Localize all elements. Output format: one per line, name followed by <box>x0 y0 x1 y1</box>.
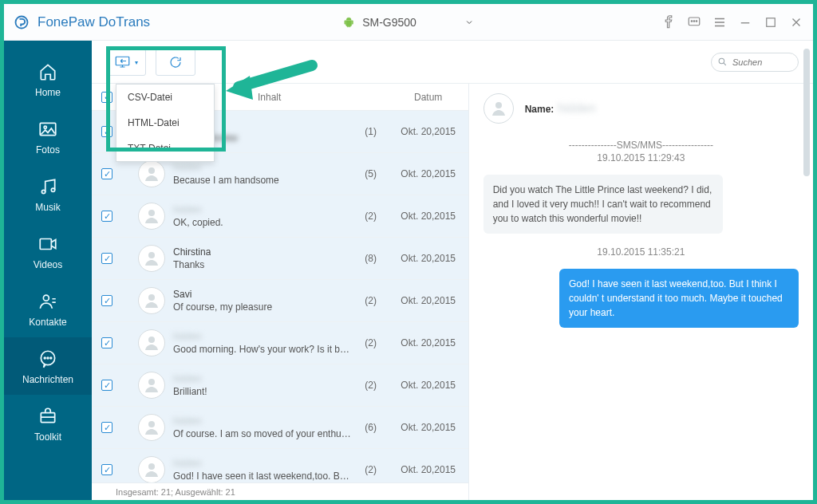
svg-point-15 <box>50 357 52 359</box>
row-count: (2) <box>365 337 377 348</box>
row-count: (5) <box>365 168 377 179</box>
maximize-icon[interactable] <box>764 15 778 30</box>
table-row[interactable]: ✓ hiddenGood morning. How's your work? I… <box>92 322 468 364</box>
avatar <box>138 414 165 441</box>
row-count: (2) <box>365 295 377 306</box>
incoming-message: Did you watch The Little Prince last wee… <box>483 175 723 234</box>
svg-point-28 <box>495 102 502 108</box>
sidebar-item-contacts[interactable]: Kontakte <box>4 280 92 337</box>
refresh-button[interactable] <box>156 49 195 76</box>
thread-separator: ---------------SMS/MMS---------------- <box>483 140 799 151</box>
thread-timestamp: 19.10.2015 11:35:21 <box>483 246 799 258</box>
svg-rect-10 <box>40 239 51 250</box>
row-checkbox[interactable]: ✓ <box>101 126 112 137</box>
svg-point-23 <box>148 294 155 301</box>
svg-point-2 <box>691 20 693 22</box>
titlebar: FonePaw DoTrans SM-G9500 <box>4 4 813 41</box>
feedback-icon[interactable] <box>687 15 701 30</box>
export-csv[interactable]: CSV-Datei <box>116 85 214 110</box>
android-icon <box>343 16 354 29</box>
brand: FonePaw DoTrans <box>14 14 150 30</box>
export-txt[interactable]: TXT-Datei <box>116 136 214 161</box>
svg-point-14 <box>47 357 49 359</box>
sidebar-label: Toolkit <box>34 431 61 443</box>
avatar <box>483 93 514 124</box>
row-checkbox[interactable]: ✓ <box>101 337 112 348</box>
toolbar: ▾ <box>92 41 813 84</box>
message-rows: ✓ hiddenhidden preview (1) Okt. 20,2015 … <box>92 111 468 482</box>
sidebar-label: Videos <box>34 259 62 270</box>
col-date-header[interactable]: Datum <box>389 92 468 103</box>
table-row[interactable]: ✓ hiddenGod! I have seen it last weekend… <box>92 449 468 482</box>
name-label: Name: <box>525 104 555 115</box>
select-all-checkbox[interactable]: ✓ <box>101 92 112 103</box>
table-row[interactable]: ✓ hiddenOK, copied. (2) Okt. 20,2015 <box>92 195 468 238</box>
sidebar-label: Nachrichten <box>22 374 73 385</box>
row-checkbox[interactable]: ✓ <box>101 168 112 179</box>
svg-point-27 <box>148 463 155 470</box>
row-checkbox[interactable]: ✓ <box>101 211 112 222</box>
svg-point-7 <box>44 126 46 128</box>
messages-icon <box>37 348 58 369</box>
scrollbar[interactable] <box>803 49 810 489</box>
sidebar-item-messages[interactable]: Nachrichten <box>4 337 92 395</box>
table-row[interactable]: ✓ SaviOf course, my pleasure (2) Okt. 20… <box>92 280 468 322</box>
svg-point-22 <box>148 252 155 258</box>
facebook-icon[interactable] <box>661 15 676 30</box>
minimize-icon[interactable] <box>738 15 752 30</box>
row-checkbox[interactable]: ✓ <box>101 295 112 306</box>
device-model: SM-G9500 <box>362 16 416 29</box>
close-icon[interactable] <box>789 15 803 30</box>
avatar <box>138 203 165 230</box>
export-button[interactable]: ▾ <box>106 49 146 76</box>
avatar <box>138 160 165 187</box>
toolkit-icon <box>37 406 58 427</box>
chevron-down-icon: ▾ <box>135 59 138 66</box>
sidebar-item-videos[interactable]: Videos <box>4 222 92 280</box>
table-row[interactable]: ✓ hiddenOf course. I am so moved of your… <box>92 407 468 449</box>
row-checkbox[interactable]: ✓ <box>101 464 112 475</box>
device-selector[interactable]: SM-G9500 <box>334 13 483 32</box>
sidebar-label: Musik <box>35 202 60 213</box>
row-date: Okt. 20,2015 <box>401 464 456 475</box>
sidebar-label: Home <box>35 87 61 98</box>
row-checkbox[interactable]: ✓ <box>101 422 112 433</box>
export-html[interactable]: HTML-Datei <box>116 110 214 136</box>
row-count: (8) <box>365 253 377 264</box>
photos-icon <box>37 119 58 140</box>
row-count: (6) <box>365 422 377 433</box>
chevron-down-icon <box>464 18 474 27</box>
svg-point-18 <box>719 58 724 64</box>
row-date: Okt. 20,2015 <box>401 253 456 264</box>
app-name: FonePaw DoTrans <box>37 14 150 30</box>
table-row[interactable]: ✓ ChirstinaThanks (8) Okt. 20,2015 <box>92 238 468 280</box>
home-icon <box>37 61 58 82</box>
row-checkbox[interactable]: ✓ <box>101 253 112 264</box>
row-date: Okt. 20,2015 <box>401 168 456 179</box>
contact-name-blurred: hidden <box>558 101 606 116</box>
svg-point-0 <box>16 16 28 28</box>
row-date: Okt. 20,2015 <box>401 126 456 137</box>
row-date: Okt. 20,2015 <box>401 211 456 222</box>
svg-point-24 <box>148 337 155 343</box>
outgoing-message: God! I have seen it last weekend,too. Bu… <box>559 269 799 328</box>
sidebar-item-photos[interactable]: Fotos <box>4 108 92 165</box>
sidebar-item-music[interactable]: Musik <box>4 165 92 222</box>
sidebar: Home Fotos Musik Videos Kontakte Nachric… <box>4 41 92 500</box>
menu-icon[interactable] <box>712 15 727 30</box>
refresh-icon <box>166 55 185 69</box>
row-date: Okt. 20,2015 <box>401 337 456 348</box>
avatar <box>138 456 165 482</box>
row-checkbox[interactable]: ✓ <box>101 380 112 391</box>
svg-point-20 <box>148 167 155 174</box>
status-bar: Insgesamt: 21; Ausgewählt: 21 <box>92 482 468 500</box>
row-date: Okt. 20,2015 <box>401 295 456 306</box>
scrollbar-thumb[interactable] <box>803 49 810 176</box>
sidebar-item-home[interactable]: Home <box>4 50 92 108</box>
contacts-icon <box>37 291 58 312</box>
svg-point-8 <box>41 190 45 193</box>
sidebar-item-toolkit[interactable]: Toolkit <box>4 395 92 452</box>
svg-point-26 <box>148 421 155 427</box>
svg-point-11 <box>43 295 49 301</box>
table-row[interactable]: ✓ hiddenBrilliant! (2) Okt. 20,2015 <box>92 364 468 407</box>
